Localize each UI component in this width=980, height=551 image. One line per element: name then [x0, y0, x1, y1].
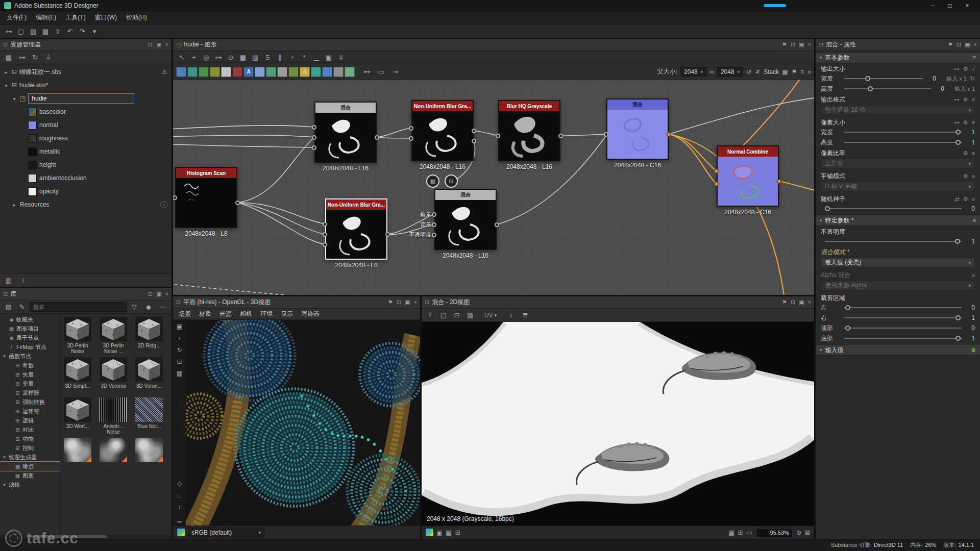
- display-options-icon[interactable]: ▦: [782, 68, 788, 76]
- view3d-menu-1[interactable]: 材质: [195, 309, 215, 319]
- float-icon[interactable]: ⊡: [397, 299, 401, 306]
- save-icon[interactable]: ▤: [40, 26, 51, 37]
- param-dropdown[interactable]: 每个通道 16 位▾: [821, 105, 975, 115]
- background-icon[interactable]: ▣: [436, 529, 442, 536]
- edit-icon[interactable]: ✎: [16, 302, 28, 313]
- node-input-connector[interactable]: [323, 232, 327, 237]
- tree-item[interactable]: ▸Resourcesi: [0, 198, 172, 211]
- node-input-connector[interactable]: [409, 126, 413, 131]
- node-output-connector[interactable]: [375, 135, 379, 140]
- comment-icon[interactable]: ▭: [376, 66, 387, 78]
- node-input-connector[interactable]: [323, 222, 327, 227]
- param-dropdown[interactable]: 使用来源 Alpha▾: [821, 281, 975, 290]
- save-icon[interactable]: ▤: [3, 52, 14, 63]
- select-tool-icon[interactable]: ↖: [176, 52, 187, 63]
- float-icon[interactable]: ⊡: [957, 41, 961, 48]
- node-output-connector[interactable]: [667, 132, 671, 137]
- section-menu-icon[interactable]: ≡: [972, 54, 976, 61]
- close-icon[interactable]: ×: [414, 299, 417, 306]
- graph-node-normal-combine[interactable]: Normal Combine: [717, 145, 779, 207]
- maximize-icon[interactable]: ▣: [156, 291, 161, 297]
- node-input-connector[interactable]: [714, 182, 719, 186]
- library-category[interactable]: ⊞采样器: [0, 388, 60, 397]
- menu-icon[interactable]: ≡: [972, 66, 975, 72]
- node-output-connector[interactable]: [472, 139, 476, 143]
- slider-handle[interactable]: [955, 336, 961, 341]
- link-icon[interactable]: ⊶: [954, 119, 960, 126]
- library-item[interactable]: 3D Voronoi: [97, 357, 130, 394]
- slider-track[interactable]: [825, 238, 962, 245]
- menubar-item-1[interactable]: 编辑(E): [31, 11, 61, 24]
- ruler-icon[interactable]: ▭: [747, 529, 752, 536]
- histogram-icon[interactable]: ≣: [520, 310, 531, 321]
- link-editor-icon[interactable]: ⊶: [3, 26, 14, 37]
- compare-badge-icon[interactable]: ⊡: [445, 174, 458, 188]
- expand-icon[interactable]: ▸: [3, 69, 9, 75]
- slider-track[interactable]: [844, 324, 962, 332]
- close-icon[interactable]: ×: [165, 41, 168, 48]
- graph-node-blend-top[interactable]: 混合: [314, 102, 377, 163]
- grid-toggle-icon[interactable]: ▦: [728, 529, 734, 536]
- filter-display-icon[interactable]: *: [299, 52, 310, 63]
- snap-grid-icon[interactable]: ▦: [237, 52, 249, 63]
- lock-zoom-icon[interactable]: ⊠: [805, 529, 810, 536]
- redo-icon[interactable]: ↷: [77, 26, 88, 37]
- pan-tool-icon[interactable]: +: [188, 52, 200, 63]
- menubar-item-2[interactable]: 工具(T): [61, 11, 90, 24]
- node-input-connector[interactable]: [409, 136, 413, 141]
- slider-handle[interactable]: [845, 325, 850, 331]
- maximize-icon[interactable]: ▣: [405, 299, 410, 306]
- pause-engine-icon[interactable]: ∥: [274, 52, 285, 63]
- scale-view-icon[interactable]: ↕: [178, 504, 181, 511]
- pan-view-icon[interactable]: +: [178, 335, 181, 342]
- tiling-icon[interactable]: ⊞: [455, 529, 460, 536]
- display-grid-icon[interactable]: ▦: [177, 370, 182, 377]
- close-icon[interactable]: ×: [808, 41, 811, 48]
- graph-node-histogram-scan[interactable]: Histogram Scan: [175, 167, 237, 228]
- slider-handle[interactable]: [955, 140, 961, 145]
- library-category[interactable]: ▦图形项目: [0, 324, 60, 333]
- library-category[interactable]: ⊞运算符: [0, 407, 60, 416]
- compute-time-icon[interactable]: ◔: [286, 52, 298, 63]
- gear-icon[interactable]: ⚙: [963, 173, 968, 180]
- save-result-icon[interactable]: ▤: [438, 310, 449, 321]
- menu-icon[interactable]: ≡: [972, 150, 975, 157]
- library-item[interactable]: [97, 438, 130, 475]
- maximize-icon[interactable]: ▣: [799, 299, 804, 306]
- node-shape[interactable]: [255, 67, 265, 77]
- tree-item[interactable]: ambientocclusion: [0, 171, 172, 185]
- export-result-icon[interactable]: ⇧: [425, 310, 436, 321]
- geometry-icon[interactable]: ◇: [177, 480, 182, 487]
- param-dropdown[interactable]: H 和 V 平铺▾: [821, 182, 975, 191]
- view3d-menu-5[interactable]: 显示: [277, 309, 297, 319]
- node-gradient-map[interactable]: [266, 67, 276, 77]
- graph-node-blur-hq[interactable]: Blur HQ Grayscale: [498, 100, 560, 161]
- gear-icon[interactable]: ⚙: [963, 66, 968, 72]
- float-icon[interactable]: ⊡: [148, 41, 153, 48]
- list-options-icon[interactable]: ≡: [800, 68, 804, 76]
- add-input-icon[interactable]: ⊕: [971, 346, 976, 354]
- info-icon[interactable]: i: [505, 310, 517, 321]
- link-size-icon[interactable]: ∞: [709, 68, 714, 76]
- straight-links-icon[interactable]: S: [262, 52, 273, 63]
- channels-icon[interactable]: [426, 529, 433, 536]
- pin-graph-icon[interactable]: ⚑: [792, 68, 797, 76]
- view3d-menu-2[interactable]: 光源: [216, 309, 235, 319]
- close-icon[interactable]: ×: [808, 299, 811, 306]
- node-blend[interactable]: [311, 67, 321, 77]
- float-icon[interactable]: ⊡: [148, 291, 153, 297]
- asset-view-icon[interactable]: ▥: [3, 275, 14, 286]
- node-input-connector[interactable]: [432, 212, 436, 217]
- expand-icon[interactable]: ▾: [11, 96, 17, 102]
- anchor-icon[interactable]: ⊷: [361, 66, 373, 78]
- view3d-menu-3[interactable]: 相机: [236, 309, 256, 319]
- reset-size-icon[interactable]: ↺: [746, 68, 751, 76]
- library-item[interactable]: 3D Worl...: [61, 397, 94, 435]
- view3d-viewport[interactable]: ▣+↻⊡▦◇∟↕▁: [173, 320, 420, 525]
- node-input-connector[interactable]: [312, 135, 316, 140]
- frame-all-icon[interactable]: #: [335, 52, 347, 63]
- view3d-menu-6[interactable]: 渲染器: [298, 309, 323, 319]
- pin-icon[interactable]: ⚑: [782, 299, 787, 306]
- axis-icon[interactable]: ∟: [177, 492, 183, 499]
- expand-icon[interactable]: ▸: [11, 202, 17, 208]
